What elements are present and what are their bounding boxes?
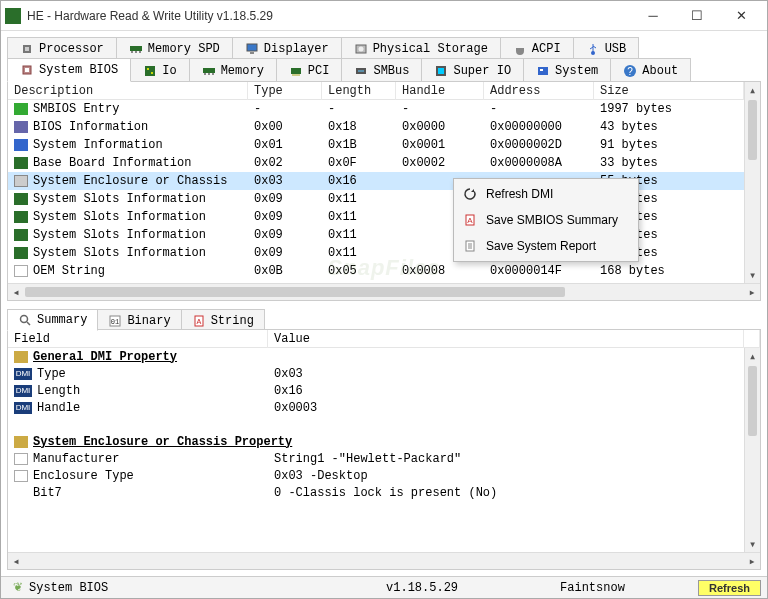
search-icon <box>18 313 32 327</box>
horizontal-scrollbar[interactable]: ◂ ▸ <box>8 283 760 300</box>
svg-rect-24 <box>438 68 444 74</box>
table-row[interactable]: System Slots Information0x090x1125 bytes <box>8 190 760 208</box>
row-description: System Slots Information <box>33 246 206 260</box>
vertical-scrollbar[interactable]: ▴ ▾ <box>744 82 760 283</box>
col-field[interactable]: Field <box>8 330 268 348</box>
detail-field: Length <box>37 384 80 398</box>
ram-icon <box>202 64 216 78</box>
row-description: SMBIOS Entry <box>33 102 119 116</box>
detail-tab-summary[interactable]: Summary <box>7 309 98 331</box>
row-handle: 0x0002 <box>396 155 484 171</box>
tab-system[interactable]: System <box>523 58 611 82</box>
row-type: 0x02 <box>248 155 322 171</box>
tab-usb[interactable]: USB <box>573 37 640 60</box>
scroll-down-icon[interactable]: ▾ <box>745 536 760 552</box>
scroll-thumb[interactable] <box>748 100 757 160</box>
detail-tab-string[interactable]: AString <box>181 309 265 331</box>
tab-physical-storage[interactable]: Physical Storage <box>341 37 501 60</box>
scroll-up-icon[interactable]: ▴ <box>745 348 760 364</box>
tab-memory-spd[interactable]: Memory SPD <box>116 37 233 60</box>
scroll-thumb-h[interactable] <box>25 287 565 297</box>
detail-value: 0x03 -Desktop <box>268 469 744 483</box>
row-address: 0x00000000 <box>484 119 594 135</box>
tab-acpi[interactable]: ACPI <box>500 37 574 60</box>
detail-table-header: Field Value <box>8 330 760 348</box>
tab-about[interactable]: ?About <box>610 58 691 82</box>
refresh-button[interactable]: Refresh <box>698 580 761 596</box>
scroll-up-icon[interactable]: ▴ <box>745 82 760 98</box>
group-header: System Enclosure or Chassis Property <box>33 435 292 449</box>
svg-rect-12 <box>25 68 29 72</box>
detail-row[interactable]: ManufacturerString1 -"Hewlett-Packard" <box>8 450 760 467</box>
tab-displayer[interactable]: Displayer <box>232 37 342 60</box>
table-row[interactable]: System Slots Information0x090x1124 bytes <box>8 208 760 226</box>
table-row[interactable]: System Enclosure or Chassis0x030x1655 by… <box>8 172 760 190</box>
minimize-button[interactable]: ─ <box>631 2 675 30</box>
row-size: 168 bytes <box>594 263 744 279</box>
scroll-left-icon[interactable]: ◂ <box>8 554 24 569</box>
col-description[interactable]: Description <box>8 82 248 100</box>
tab-smbus[interactable]: SMBus <box>341 58 422 82</box>
table-row[interactable]: SMBIOS Entry----1997 bytes <box>8 100 760 118</box>
col-handle[interactable]: Handle <box>396 82 484 100</box>
help-icon: ? <box>623 64 637 78</box>
status-author: Faintsnow <box>554 581 694 595</box>
scroll-left-icon[interactable]: ◂ <box>8 285 24 300</box>
tab-memory[interactable]: Memory <box>189 58 277 82</box>
menu-item-refresh-dmi[interactable]: Refresh DMI <box>456 181 636 207</box>
col-type[interactable]: Type <box>248 82 322 100</box>
row-type: 0x00 <box>248 119 322 135</box>
svg-rect-19 <box>212 73 214 75</box>
table-row[interactable]: System Slots Information0x090x1124 bytes <box>8 244 760 262</box>
book-icon: ❦ <box>13 580 23 595</box>
row-type: 0x03 <box>248 173 322 189</box>
close-button[interactable]: ✕ <box>719 2 763 30</box>
detail-tab-binary[interactable]: 01Binary <box>97 309 181 331</box>
detail-row[interactable]: DMILength0x16 <box>8 382 760 399</box>
scroll-right-icon[interactable]: ▸ <box>744 285 760 300</box>
tab-label: SMBus <box>373 64 409 78</box>
horizontal-scrollbar[interactable]: ◂ ▸ <box>8 552 760 569</box>
col-size[interactable]: Size <box>594 82 744 100</box>
detail-row[interactable]: Enclosure Type0x03 -Desktop <box>8 467 760 484</box>
menu-item-save-system-report[interactable]: Save System Report <box>456 233 636 259</box>
row-type: 0x09 <box>248 227 322 243</box>
row-description: System Slots Information <box>33 192 206 206</box>
table-row[interactable]: OEM String0x0B0x050x00080x0000014F168 by… <box>8 262 760 280</box>
tab-system-bios[interactable]: System BIOS <box>7 58 131 82</box>
tab-label: Physical Storage <box>373 42 488 56</box>
row-length: 0x05 <box>322 263 396 279</box>
detail-field: Manufacturer <box>33 452 119 466</box>
tab-pci[interactable]: PCI <box>276 58 343 82</box>
row-length: 0x11 <box>322 209 396 225</box>
main-tabs-row2: System BIOSIoMemoryPCISMBusSuper IOSyste… <box>7 58 761 81</box>
row-address: - <box>484 101 594 117</box>
vertical-scrollbar[interactable]: ▴ ▾ <box>744 348 760 552</box>
table-row[interactable]: System Slots Information0x090x1124 bytes <box>8 226 760 244</box>
table-row[interactable]: Base Board Information0x020x0F0x00020x00… <box>8 154 760 172</box>
tab-super-io[interactable]: Super IO <box>421 58 524 82</box>
detail-row[interactable]: DMIType0x03 <box>8 365 760 382</box>
table-row[interactable]: BIOS Information0x000x180x00000x00000000… <box>8 118 760 136</box>
col-length[interactable]: Length <box>322 82 396 100</box>
col-value[interactable]: Value <box>268 330 744 348</box>
tab-processor[interactable]: Processor <box>7 37 117 60</box>
menu-item-label: Refresh DMI <box>486 187 553 201</box>
ram-icon <box>129 42 143 56</box>
table-row[interactable]: System Information0x010x1B0x00010x000000… <box>8 136 760 154</box>
detail-row[interactable]: DMIHandle0x0003 <box>8 399 760 416</box>
maximize-button[interactable]: ☐ <box>675 2 719 30</box>
context-menu: Refresh DMIASave SMBIOS SummarySave Syst… <box>453 178 639 262</box>
scroll-thumb[interactable] <box>748 366 757 436</box>
report-icon <box>462 238 478 254</box>
circuit-icon <box>143 64 157 78</box>
scroll-right-icon[interactable]: ▸ <box>744 554 760 569</box>
tab-label: Summary <box>37 313 87 327</box>
menu-item-save-smbios-summary[interactable]: ASave SMBIOS Summary <box>456 207 636 233</box>
detail-row[interactable]: Bit70 -Classis lock is present (No) <box>8 484 760 501</box>
detail-value: 0x0003 <box>268 401 744 415</box>
scroll-down-icon[interactable]: ▾ <box>745 267 760 283</box>
col-address[interactable]: Address <box>484 82 594 100</box>
tab-io[interactable]: Io <box>130 58 189 82</box>
window-title: HE - Hardware Read & Write Utility v1.18… <box>27 9 631 23</box>
